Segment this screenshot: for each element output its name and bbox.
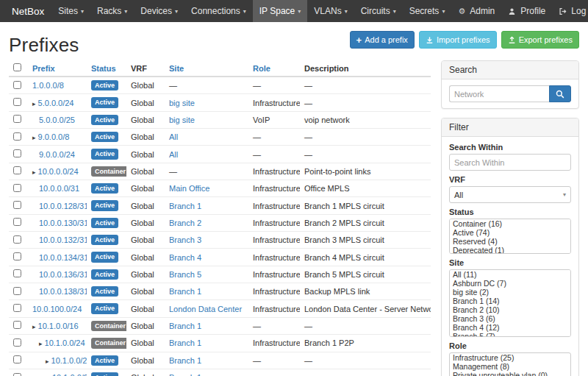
nav-item-ip-space[interactable]: IP Space▾ — [253, 0, 308, 22]
site-link[interactable]: Branch 1 — [169, 338, 201, 347]
listbox-option[interactable]: Container (16) — [450, 219, 570, 228]
site-link[interactable]: Branch 5 — [169, 270, 201, 279]
row-checkbox[interactable] — [13, 132, 21, 141]
listbox-option[interactable]: Branch 1 (14) — [450, 297, 570, 305]
site-link[interactable]: big site — [169, 116, 195, 124]
site-link[interactable]: Branch 1 — [169, 322, 201, 330]
select-all-checkbox[interactable] — [13, 63, 21, 71]
vrf-select[interactable]: All▾ — [449, 186, 571, 203]
nav-item-secrets[interactable]: Secrets▾ — [403, 0, 452, 22]
search-input[interactable] — [449, 85, 549, 102]
row-checkbox[interactable] — [13, 218, 21, 226]
prefix-link[interactable]: 10.1.0.0/26 — [52, 373, 87, 376]
prefix-link[interactable]: 10.0.0.130/31 — [39, 219, 87, 227]
prefix-link[interactable]: 10.0.0.132/31 — [39, 235, 87, 244]
prefix-link[interactable]: 10.0.0.128/31 — [39, 202, 87, 210]
site-link[interactable]: Main Office — [169, 184, 209, 193]
row-checkbox[interactable] — [13, 184, 21, 192]
listbox-option[interactable]: Active (74) — [450, 228, 570, 237]
listbox-option[interactable]: Reserved (4) — [450, 237, 570, 246]
row-checkbox[interactable] — [13, 252, 21, 260]
nav-item-connections[interactable]: Connections▾ — [184, 0, 253, 22]
site-link[interactable]: Branch 4 — [169, 253, 201, 262]
import-prefixes-button[interactable]: Import prefixes — [419, 31, 497, 49]
row-checkbox[interactable] — [13, 149, 21, 157]
listbox-option[interactable]: Ashburn DC (7) — [450, 279, 570, 288]
site-link[interactable]: Branch 1 — [169, 373, 201, 376]
prefix-link[interactable]: 10.0.0.134/31 — [39, 253, 87, 262]
site-link[interactable]: Branch 1 — [169, 356, 201, 365]
nav-item-racks[interactable]: Racks▾ — [90, 0, 134, 22]
site-link[interactable]: Branch 2 — [169, 219, 201, 227]
site-listbox[interactable]: All (11)Ashburn DC (7)big site (2)Branch… — [449, 269, 571, 337]
prefix-link[interactable]: 1.0.0.0/8 — [32, 81, 64, 90]
site-link[interactable]: Branch 1 — [169, 287, 201, 296]
nav-item-profile[interactable]: Profile — [501, 0, 552, 22]
row-checkbox[interactable] — [13, 115, 21, 123]
row-checkbox[interactable] — [13, 98, 21, 106]
prefix-link[interactable]: 10.1.0.0/25 — [51, 356, 87, 365]
row-checkbox[interactable] — [13, 287, 21, 295]
expand-icon[interactable]: ▸ — [46, 358, 49, 365]
row-checkbox[interactable] — [13, 304, 21, 312]
prefix-link[interactable]: 10.1.0.0/24 — [45, 338, 85, 347]
sort-link-status[interactable]: Status — [91, 64, 116, 73]
site-link[interactable]: Branch 3 — [169, 235, 201, 244]
listbox-option[interactable]: big site (2) — [450, 288, 570, 297]
row-checkbox[interactable] — [13, 235, 21, 244]
prefix-link[interactable]: 9.0.0.0/24 — [39, 150, 75, 159]
sort-link-prefix[interactable]: Prefix — [32, 64, 55, 73]
row-checkbox[interactable] — [13, 269, 21, 277]
expand-icon[interactable]: ▸ — [39, 340, 43, 347]
site-link[interactable]: Branch 1 — [169, 202, 201, 210]
prefix-link[interactable]: 10.0.0.0/31 — [39, 184, 79, 193]
site-link[interactable]: All — [169, 150, 178, 159]
search-button[interactable] — [549, 85, 571, 102]
listbox-option[interactable]: All (11) — [450, 270, 570, 279]
expand-icon[interactable]: ▸ — [32, 323, 36, 330]
role-listbox[interactable]: Infrastructure (25)Management (8)Private… — [449, 352, 571, 376]
export-prefixes-button[interactable]: Export prefixes — [501, 31, 579, 49]
prefix-link[interactable]: 10.0.100.0/24 — [32, 305, 82, 313]
listbox-option[interactable]: Management (8) — [450, 362, 570, 371]
search-within-input[interactable] — [449, 154, 571, 171]
listbox-option[interactable]: Deprecated (1) — [450, 246, 570, 254]
nav-item-vlans[interactable]: VLANs▾ — [307, 0, 354, 22]
prefix-link[interactable]: 10.0.0.138/31 — [39, 287, 87, 296]
row-checkbox[interactable] — [13, 338, 21, 347]
prefix-link[interactable]: 10.0.0.136/31 — [39, 270, 87, 279]
listbox-option[interactable]: Branch 3 (6) — [450, 314, 570, 323]
prefix-link[interactable]: 5.0.0.0/24 — [38, 99, 74, 107]
nav-item-log-out[interactable]: Log out — [552, 0, 588, 22]
prefix-link[interactable]: 10.0.0.0/24 — [38, 167, 79, 176]
nav-item-devices[interactable]: Devices▾ — [134, 0, 184, 22]
row-checkbox[interactable] — [13, 355, 21, 363]
nav-item-circuits[interactable]: Circuits▾ — [354, 0, 403, 22]
prefix-link[interactable]: 10.1.0.0/16 — [38, 322, 79, 330]
sort-link-role[interactable]: Role — [253, 64, 270, 73]
listbox-option[interactable]: Infrastructure (25) — [450, 353, 570, 362]
row-checkbox[interactable] — [13, 166, 21, 174]
expand-icon[interactable]: ▸ — [32, 169, 36, 176]
site-link[interactable]: big site — [169, 99, 195, 107]
app-logo[interactable]: NetBox — [4, 0, 51, 22]
row-checkbox[interactable] — [13, 81, 21, 89]
nav-item-sites[interactable]: Sites▾ — [51, 0, 90, 22]
sort-link-site[interactable]: Site — [169, 64, 184, 73]
add-a-prefix-button[interactable]: +Add a prefix — [350, 31, 415, 49]
site-link[interactable]: All — [169, 132, 178, 141]
listbox-option[interactable]: Branch 2 (10) — [450, 305, 570, 314]
status-listbox[interactable]: Container (16)Active (74)Reserved (4)Dep… — [449, 219, 571, 254]
site-link[interactable]: London Data Center — [169, 305, 242, 313]
row-checkbox[interactable] — [13, 373, 21, 376]
expand-icon[interactable]: ▸ — [32, 134, 36, 141]
listbox-option[interactable]: Branch 4 (12) — [450, 323, 570, 332]
expand-icon[interactable]: ▸ — [32, 100, 36, 107]
listbox-option[interactable]: Private unrouteable vlan (0) — [450, 371, 570, 376]
prefix-link[interactable]: 5.0.0.0/25 — [39, 116, 75, 124]
row-checkbox[interactable] — [13, 321, 21, 329]
nav-item-admin[interactable]: ⚙Admin — [451, 0, 501, 22]
listbox-option[interactable]: Branch 5 (7) — [450, 332, 570, 337]
prefix-link[interactable]: 9.0.0.0/8 — [38, 132, 70, 141]
row-checkbox[interactable] — [13, 201, 21, 209]
